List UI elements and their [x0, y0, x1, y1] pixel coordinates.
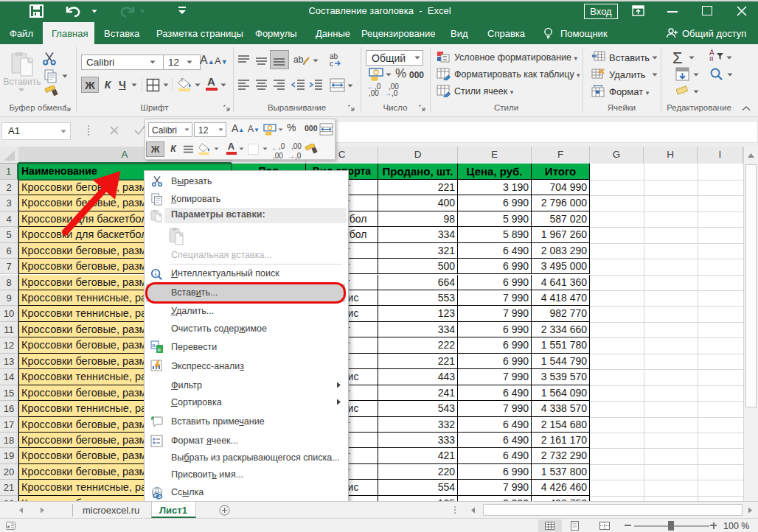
svg-text:я: я: [158, 346, 161, 353]
svg-text:ab: ab: [293, 55, 304, 65]
svg-text:а: а: [152, 342, 156, 349]
svg-text:c: c: [330, 60, 333, 68]
